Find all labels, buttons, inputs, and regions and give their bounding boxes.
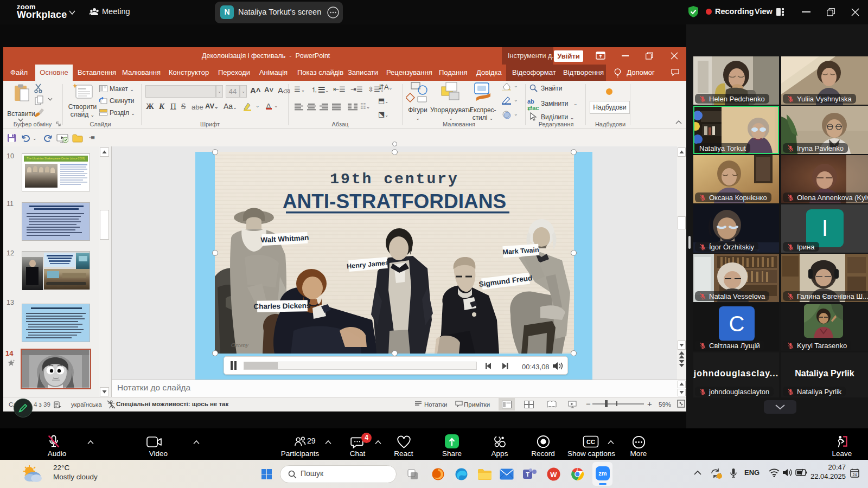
svg-text:ANTI-STRATFORDIANS: ANTI-STRATFORDIANS <box>283 190 506 213</box>
svg-text:T: T <box>526 471 529 478</box>
svg-text:CC: CC <box>586 439 595 445</box>
svg-text:W: W <box>550 471 557 479</box>
svg-text:24: 24 <box>853 473 857 477</box>
svg-text:19th century: 19th century <box>330 171 459 188</box>
svg-text:Orceny: Orceny <box>231 342 248 348</box>
svg-text:Charles Dickens: Charles Dickens <box>253 301 310 311</box>
